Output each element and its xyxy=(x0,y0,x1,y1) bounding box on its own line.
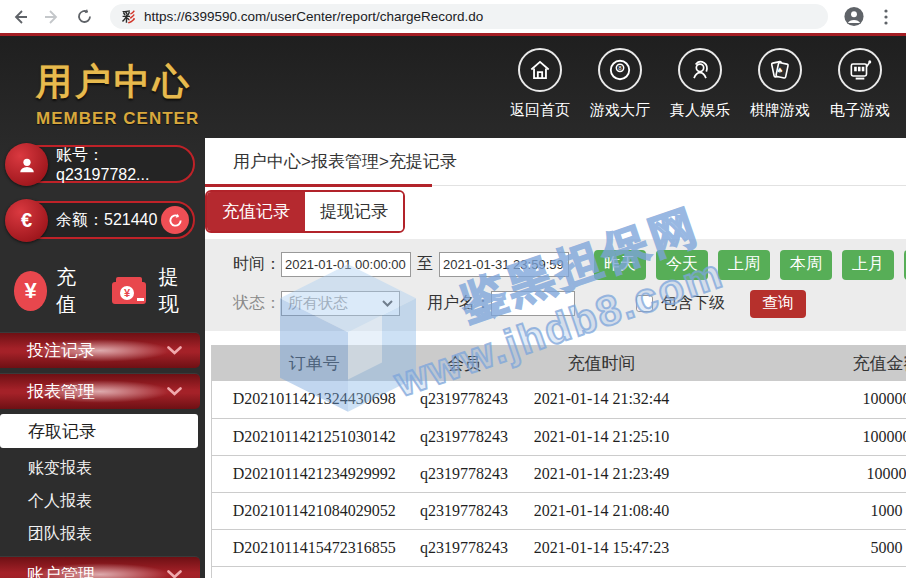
svg-text:¥: ¥ xyxy=(123,287,130,299)
logo-subtitle: MEMBER CENTER xyxy=(36,109,199,129)
slot-machine-icon xyxy=(838,48,882,92)
status-label: 状态： xyxy=(233,293,281,314)
to-label: 至 xyxy=(417,254,433,275)
yen-icon: ¥ xyxy=(14,271,47,311)
wallet-icon: ¥ xyxy=(110,276,150,306)
sidebar-item-deposit-withdraw-records[interactable]: 存取记录 xyxy=(0,414,198,448)
address-bar[interactable]: 彩 https://6399590.com/userCenter/report/… xyxy=(110,4,828,29)
forward-icon[interactable] xyxy=(42,7,62,27)
table-row: D2021011415472316855 q2319778243 2021-01… xyxy=(212,529,906,566)
nav-item-game-hall[interactable]: 8 游戏大厅 xyxy=(588,48,652,120)
site-favicon: 彩 xyxy=(122,8,135,26)
sidebar-item-report-management[interactable]: 报表管理 xyxy=(0,373,200,409)
member-center-app: 用户中心 MEMBER CENTER 返回首页 8 游戏大厅 xyxy=(0,36,906,578)
main-content: 用户中心>报表管理>充提记录 充值记录 提现记录 时间： 至 昨天 今天 上周 … xyxy=(205,138,906,578)
recharge-button[interactable]: ¥ 充值 xyxy=(14,264,110,318)
sidebar-item-personal-report[interactable]: 个人报表 xyxy=(0,485,205,518)
date-to-input[interactable] xyxy=(439,252,569,277)
filter-panel: 时间： 至 昨天 今天 上周 本周 上月 状态： 所有状态 xyxy=(205,239,906,331)
coin-euro-icon: € xyxy=(5,199,48,242)
cards-icon: ♠ xyxy=(758,48,802,92)
url-text: https://6399590.com/userCenter/report/ch… xyxy=(144,9,483,24)
records-table: 订单号 会员 充值时间 充值金额 D2021011421324430698 q2… xyxy=(211,345,906,578)
col-recharge-time: 充值时间 xyxy=(512,345,692,381)
username-label: 用户名： xyxy=(427,293,491,314)
refresh-balance-icon[interactable] xyxy=(161,206,189,234)
table-row: D2021011421324430698 q2319778243 2021-01… xyxy=(212,381,906,418)
sidebar: 账号：q23197782... € 余额：521440 ¥ 充值 ¥ xyxy=(0,138,205,578)
svg-text:♠: ♠ xyxy=(777,66,784,75)
breadcrumb-accent-line xyxy=(205,184,432,187)
last-week-button[interactable]: 上周 xyxy=(718,250,770,280)
tab-recharge-records[interactable]: 充值记录 xyxy=(207,192,305,231)
chevron-down-icon xyxy=(167,346,182,355)
table-row: D2021011421234929992 q2319778243 2021-01… xyxy=(212,455,906,492)
logo-title: 用户中心 xyxy=(36,58,199,107)
nav-item-board-games[interactable]: ♠ 棋牌游戏 xyxy=(748,48,812,120)
account-label: 账号：q23197782... xyxy=(56,145,193,184)
withdraw-label: 提现 xyxy=(159,264,186,318)
include-subordinates-checkbox[interactable] xyxy=(636,295,653,312)
col-member: 会员 xyxy=(417,345,512,381)
table-header-row: 订单号 会员 充值时间 充值金额 xyxy=(212,345,906,381)
sidebar-item-bet-records[interactable]: 投注记录 xyxy=(0,332,200,368)
chevron-down-icon xyxy=(167,387,182,396)
reload-icon[interactable] xyxy=(74,7,94,27)
time-label: 时间： xyxy=(233,254,281,275)
withdraw-button[interactable]: ¥ 提现 xyxy=(110,264,206,318)
site-logo: 用户中心 MEMBER CENTER xyxy=(36,58,199,129)
nav-item-home[interactable]: 返回首页 xyxy=(508,48,572,120)
tab-withdraw-records[interactable]: 提现记录 xyxy=(305,192,403,231)
top-navigation: 返回首页 8 游戏大厅 真人娱乐 xyxy=(508,48,892,120)
live-dealer-icon xyxy=(678,48,722,92)
status-select[interactable]: 所有状态 xyxy=(281,291,400,316)
recharge-label: 充值 xyxy=(56,264,89,318)
nav-item-slots[interactable]: 电子游戏 xyxy=(828,48,892,120)
browser-menu-icon[interactable] xyxy=(876,7,896,27)
this-week-button[interactable]: 本周 xyxy=(780,250,832,280)
chevron-down-icon xyxy=(167,570,182,578)
record-tabs: 充值记录 提现记录 xyxy=(205,190,405,233)
user-icon xyxy=(5,143,48,186)
nav-item-live-casino[interactable]: 真人娱乐 xyxy=(668,48,732,120)
include-subordinates-label: 包含下级 xyxy=(661,293,725,314)
table-row: D2021011421251030142 q2319778243 2021-01… xyxy=(212,418,906,455)
search-button[interactable]: 查询 xyxy=(750,290,806,318)
balance-pill: € 余额：521440 xyxy=(6,201,195,239)
col-recharge-amount: 充值金额 xyxy=(692,345,906,381)
profile-avatar-icon[interactable] xyxy=(844,7,864,27)
table-row: D2021011415425316732 q2319778243 2021-01… xyxy=(212,566,906,578)
balance-label: 余额：521440 xyxy=(56,210,157,231)
sidebar-item-account-management[interactable]: 账户管理 xyxy=(0,556,200,578)
billiard-icon: 8 xyxy=(598,48,642,92)
select-chevron-icon xyxy=(382,300,393,307)
table-row: D2021011421084029052 q2319778243 2021-01… xyxy=(212,492,906,529)
breadcrumb: 用户中心>报表管理>充提记录 xyxy=(205,138,906,186)
sidebar-item-account-change-report[interactable]: 账变报表 xyxy=(0,452,205,485)
records-table-wrap: 订单号 会员 充值时间 充值金额 D2021011421324430698 q2… xyxy=(211,345,906,578)
date-from-input[interactable] xyxy=(281,252,411,277)
sidebar-item-team-report[interactable]: 团队报表 xyxy=(0,518,205,551)
account-pill: 账号：q23197782... xyxy=(6,145,195,183)
today-button[interactable]: 今天 xyxy=(656,250,708,280)
browser-toolbar: 彩 https://6399590.com/userCenter/report/… xyxy=(0,0,906,33)
quick-range-buttons: 昨天 今天 上周 本周 上月 xyxy=(594,250,906,280)
quick-actions: ¥ 充值 ¥ 提现 xyxy=(14,264,205,318)
back-icon[interactable] xyxy=(10,7,30,27)
col-order-number: 订单号 xyxy=(212,345,417,381)
last-month-button[interactable]: 上月 xyxy=(842,250,894,280)
yesterday-button[interactable]: 昨天 xyxy=(594,250,646,280)
username-input[interactable] xyxy=(491,291,575,316)
home-icon xyxy=(518,48,562,92)
